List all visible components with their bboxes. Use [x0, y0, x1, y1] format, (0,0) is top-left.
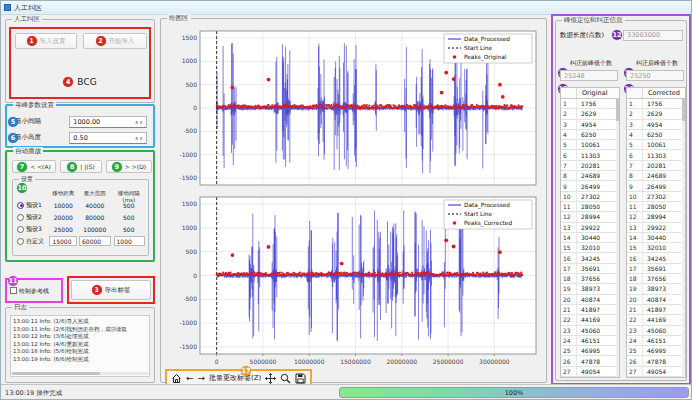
- autoplay-forward-button[interactable]: 9 > >(D): [106, 160, 152, 173]
- peak-value: 46995: [577, 346, 619, 355]
- table-row[interactable]: 1228994: [627, 212, 685, 222]
- table-row[interactable]: 2647878: [561, 356, 619, 366]
- import-settings-button[interactable]: 1 导入设置: [15, 33, 77, 49]
- table-row[interactable]: 1128050: [627, 202, 685, 212]
- peak-value: 45060: [577, 326, 619, 335]
- table-row[interactable]: 1128050: [561, 202, 619, 212]
- preset-radio[interactable]: [17, 238, 24, 245]
- preset-radio[interactable]: [17, 214, 24, 221]
- highlight-box-red: 1 导入设置 2 开始导入 4 BCG: [9, 27, 151, 99]
- table-row[interactable]: 1532010: [561, 243, 619, 253]
- autoplay-back-button[interactable]: 7 < <(A): [12, 160, 56, 173]
- table-row[interactable]: 1634245: [627, 253, 685, 263]
- table-row[interactable]: 824689: [561, 171, 619, 181]
- spinner-arrows-icon[interactable]: ∧∨: [135, 135, 146, 141]
- table-row[interactable]: 1837656: [627, 274, 685, 284]
- table-row[interactable]: 11756: [561, 99, 619, 109]
- svg-text:10000000: 10000000: [294, 358, 325, 365]
- back-arrow-icon[interactable]: ←: [186, 372, 194, 384]
- table-row[interactable]: 926499: [561, 181, 619, 191]
- table-row[interactable]: 510061: [627, 140, 685, 150]
- table-row[interactable]: 1430440: [561, 233, 619, 243]
- table-row[interactable]: 2244169: [627, 315, 685, 325]
- preset-value: 500: [112, 214, 146, 221]
- preset-value: 80000: [78, 214, 111, 221]
- table-row[interactable]: 1430440: [627, 233, 685, 243]
- table-row[interactable]: 1837656: [561, 274, 619, 284]
- table-row[interactable]: 926499: [627, 181, 685, 191]
- forward-arrow-icon[interactable]: →: [198, 372, 206, 384]
- table-row[interactable]: 1634245: [561, 253, 619, 263]
- table-row[interactable]: 510061: [561, 140, 619, 150]
- table-row[interactable]: 1027302: [627, 192, 685, 202]
- preset-value-input[interactable]: 60000: [79, 236, 111, 246]
- table-row[interactable]: 1228994: [561, 212, 619, 222]
- autoplay-pause-button[interactable]: 8 | |(S): [60, 160, 102, 173]
- table-row[interactable]: 2446151: [627, 336, 685, 346]
- log-group: 日志 13:00:11 Info: (1/6)导入完成13:00:11 Info…: [5, 307, 155, 383]
- table-row[interactable]: 11756: [627, 99, 685, 109]
- table-row[interactable]: 22629: [627, 109, 685, 119]
- table-row[interactable]: 2546995: [627, 346, 685, 356]
- original-table-scrollbar[interactable]: [616, 99, 619, 377]
- chart-peaks-original[interactable]: 150010005000-500-1000-1500Data_Processed…: [166, 28, 542, 192]
- table-row[interactable]: 2749054: [627, 367, 685, 377]
- spinner-arrows-icon[interactable]: ∧∨: [135, 119, 146, 125]
- table-row[interactable]: 720281: [627, 161, 685, 171]
- reference-line-checkbox[interactable]: [10, 287, 17, 294]
- table-row[interactable]: 1329922: [627, 223, 685, 233]
- table-row[interactable]: 34954: [561, 120, 619, 130]
- table-row[interactable]: 1735691: [627, 264, 685, 274]
- peak-value: 2629: [643, 109, 685, 118]
- row-index: 13: [561, 223, 577, 232]
- peak-value: 28994: [643, 212, 685, 221]
- original-peaks-table[interactable]: Original 1175622629349544625051006161130…: [560, 87, 620, 378]
- zoom-icon[interactable]: [280, 373, 291, 384]
- table-row[interactable]: 2749054: [561, 367, 619, 377]
- table-row[interactable]: 1532010: [627, 243, 685, 253]
- min-interval-input[interactable]: 1000.00 ∧∨: [69, 116, 147, 128]
- table-row[interactable]: 1735691: [561, 264, 619, 274]
- table-row[interactable]: 2244169: [561, 315, 619, 325]
- table-row[interactable]: 1938973: [627, 284, 685, 294]
- table-row[interactable]: 46250: [627, 130, 685, 140]
- table-row[interactable]: 1938973: [561, 284, 619, 294]
- start-import-button[interactable]: 2 开始导入: [83, 33, 147, 49]
- table-row[interactable]: 2446151: [561, 336, 619, 346]
- export-labels-button[interactable]: 3 导出标签: [71, 280, 151, 300]
- log-list[interactable]: 13:00:11 Info: (1/6)导入完成13:00:11 Info: (…: [10, 315, 150, 377]
- peak-value: 20281: [577, 161, 619, 170]
- table-row[interactable]: 46250: [561, 130, 619, 140]
- min-height-input[interactable]: 0.50 ∧∨: [69, 132, 147, 144]
- table-row[interactable]: 2141897: [561, 305, 619, 315]
- table-row[interactable]: 1329922: [561, 223, 619, 233]
- corrected-table-scrollbar[interactable]: [682, 99, 685, 377]
- preset-value-input[interactable]: 15000: [49, 236, 77, 246]
- chart-peaks-corrected[interactable]: 150010005000-500-1000-150005000000100000…: [166, 194, 542, 374]
- table-row[interactable]: 2647878: [627, 356, 685, 366]
- table-row[interactable]: 2345060: [627, 326, 685, 336]
- table-row[interactable]: 2546995: [561, 346, 619, 356]
- log-scrollbar[interactable]: [12, 372, 148, 375]
- save-icon[interactable]: [295, 373, 306, 384]
- table-row[interactable]: 2141897: [627, 305, 685, 315]
- pan-icon[interactable]: [265, 373, 276, 384]
- table-row[interactable]: 22629: [561, 109, 619, 119]
- table-row[interactable]: 720281: [561, 161, 619, 171]
- table-row[interactable]: 2345060: [561, 326, 619, 336]
- preset-radio[interactable]: [17, 226, 24, 233]
- table-row[interactable]: 2040874: [627, 295, 685, 305]
- before-count-label: 纠正前峰值个数: [570, 59, 612, 68]
- home-icon[interactable]: [171, 373, 182, 384]
- batch-edit-text[interactable]: 批量更改标签(Z): [209, 374, 261, 382]
- table-row[interactable]: 1027302: [561, 192, 619, 202]
- table-row[interactable]: 2040874: [561, 295, 619, 305]
- corrected-peaks-table[interactable]: Corrected 117562262934954462505100616113…: [626, 87, 686, 378]
- table-row[interactable]: 611303: [561, 150, 619, 160]
- table-row[interactable]: 611303: [627, 150, 685, 160]
- table-row[interactable]: 824689: [627, 171, 685, 181]
- preset-radio[interactable]: [17, 202, 24, 209]
- table-row[interactable]: 34954: [627, 120, 685, 130]
- preset-value-input[interactable]: 1000: [114, 236, 146, 246]
- peak-value: 40874: [577, 295, 619, 304]
